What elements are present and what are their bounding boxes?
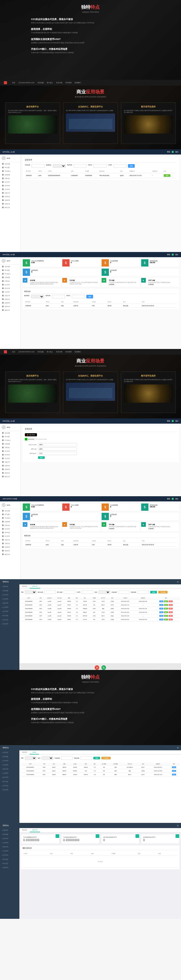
sidebar-item[interactable]: TG 机器人 — [0, 169, 20, 173]
action-button[interactable]: 取消 — [168, 604, 173, 606]
sidebar-item[interactable]: 交易设置 — [0, 173, 20, 177]
detail-button[interactable]: 详情 — [172, 774, 176, 775]
dark-sidebar-item[interactable]: ▸ 承兑管理 — [0, 836, 19, 840]
dark-sidebar-item[interactable]: ▸ 统计报表 — [0, 613, 19, 617]
sidebar-item[interactable]: 交易设置 — [0, 520, 20, 523]
sidebar-item[interactable]: 前台用户 — [0, 283, 20, 286]
sidebar-item[interactable]: 后台用户 — [0, 188, 20, 191]
menu-toggle-icon[interactable]: ☰ — [177, 581, 178, 583]
dark-sidebar-item[interactable]: ▸ 统计报表 — [0, 780, 19, 783]
sidebar-item[interactable]: 归集地址 — [0, 177, 20, 180]
sidebar-item[interactable]: 交易记录 — [0, 464, 20, 468]
scenario-card[interactable]: 数字货币交易所基于UPAY-87PAY.COM的支付系统,为数字货币交易所提供法… — [121, 102, 176, 144]
darkorder-input[interactable] — [82, 590, 93, 594]
wechat-badge[interactable]: 腾讯应用宝 (官方安卓应用市场) — [25, 438, 177, 441]
sidebar-item[interactable]: 基本设置 — [0, 431, 20, 435]
dark-sidebar-item[interactable]: ▸ 订单管理 — [0, 849, 19, 853]
sidebar-item[interactable]: 提现记录 — [0, 202, 20, 205]
sidebar-item[interactable]: 归集地址 — [0, 445, 20, 449]
exit-button[interactable]: 退出 — [175, 253, 178, 256]
logo-icon[interactable] — [4, 81, 7, 84]
sidebar-item[interactable]: 交易设置 — [0, 442, 20, 445]
sidebar-item[interactable]: 提现记录 — [0, 471, 20, 475]
search-button[interactable]: 搜索 — [128, 164, 135, 168]
action-button[interactable]: 详情 — [159, 608, 164, 609]
end-input[interactable] — [137, 590, 149, 594]
nav-link[interactable]: 关于UPAY-87PAY.COM — [18, 351, 35, 353]
sidebar-item[interactable]: 基本设置 — [0, 162, 20, 165]
tab[interactable]: 账务管理 — [30, 828, 40, 832]
dark-sidebar-item[interactable]: ▸ 消息管理 — [0, 788, 19, 792]
help-link[interactable]: 帮助 — [167, 253, 170, 256]
sidebar-item[interactable]: API 设置 — [0, 268, 20, 272]
dark-sidebar-item[interactable]: ▸ 系统首页 — [0, 750, 19, 754]
tab[interactable]: 系统首页 — [19, 828, 30, 832]
action-button[interactable]: 取消 — [168, 619, 173, 620]
order-input[interactable] — [113, 164, 126, 168]
nav-link[interactable]: 联系我们 — [75, 82, 81, 84]
sidebar-item[interactable]: 交易记录 — [0, 195, 20, 198]
tab[interactable]: 系统首页 — [19, 584, 30, 589]
logtype-select[interactable] — [31, 295, 44, 298]
menu-toggle-icon[interactable]: ☰ — [177, 747, 178, 749]
nav-link[interactable]: 首页 — [12, 351, 15, 353]
dark-sidebar-item[interactable]: ▸ 承兑管理 — [0, 593, 19, 597]
nav-link[interactable]: 常见问题 — [38, 351, 44, 353]
sidebar-item[interactable]: API 设置 — [0, 165, 20, 169]
sidebar-item[interactable]: 基本设置 — [0, 265, 20, 268]
sidebar-item[interactable]: 充值订单 — [0, 538, 20, 542]
text-input[interactable] — [38, 447, 77, 450]
sidebar-item[interactable]: 充值订单 — [0, 294, 20, 298]
sidebar-item[interactable]: 账变记录 — [0, 475, 20, 478]
dark-sidebar-item[interactable]: ▸ 会员管理 — [0, 840, 19, 845]
dark-sidebar-item[interactable]: ▸ 会员管理 — [0, 763, 19, 767]
dark-sidebar-item[interactable]: ▸ 系统设置 — [0, 832, 19, 836]
log-search-button[interactable]: 搜索 — [87, 295, 93, 298]
action-button[interactable]: 详情 — [159, 611, 164, 613]
scenario-card[interactable]: 娱乐电商平台基于UPAY-87PAY.COM的支付系统,为娱乐电商平台提供安全、… — [5, 102, 60, 144]
dark-sidebar-item[interactable]: ▸ 系统首页 — [0, 584, 19, 589]
prev-page-icon[interactable]: ✕ — [94, 665, 99, 670]
export-button[interactable]: 导出数据 — [158, 591, 168, 593]
action-button[interactable]: 确认 — [164, 611, 168, 613]
action-button[interactable]: 确认 — [164, 615, 168, 617]
scenario-card[interactable]: 合法的外汇、期货交易平台基于UPAY-87PAY.COM的支付系统,为外汇期货交… — [63, 102, 118, 144]
nav-link[interactable]: 支付管理 — [65, 82, 72, 84]
sidebar-item[interactable]: 账变记录 — [0, 552, 20, 556]
status-select[interactable] — [53, 164, 66, 168]
coin-select[interactable] — [25, 590, 36, 594]
scenario-card[interactable]: 合法的外汇、期货交易平台基于UPAY-87PAY.COM的支付系统,为外汇期货交… — [63, 372, 118, 413]
sidebar-item[interactable]: 提现管理 — [0, 198, 20, 202]
action-button[interactable]: 取消 — [168, 615, 173, 617]
sidebar-item[interactable]: 交易设置 — [0, 275, 20, 279]
sidebar-item[interactable]: 交易记录 — [0, 298, 20, 301]
nav-link[interactable]: 商户接入 — [47, 351, 53, 353]
dark-sidebar-item[interactable]: ▸ 操作日志 — [0, 783, 19, 788]
sidebar-item[interactable]: 归集地址 — [0, 279, 20, 283]
sidebar-item[interactable]: 商户管理 — [0, 286, 20, 290]
sidebar-item[interactable]: 交易记录 — [0, 542, 20, 545]
tab[interactable]: 挂卖单 — [30, 750, 39, 754]
sidebar-item[interactable]: 商户管理 — [0, 453, 20, 457]
dark-sidebar-item[interactable]: ▸ 会员管理 — [0, 597, 19, 601]
dark-sidebar-item[interactable]: ▸ 系统首页 — [0, 828, 19, 832]
sidebar-item[interactable]: 前台用户 — [0, 527, 20, 531]
action-button[interactable]: 确认 — [164, 604, 168, 606]
dark-sidebar-item[interactable]: ▸ 系统设置 — [0, 589, 19, 593]
menu-toggle-icon[interactable]: ☰ — [177, 825, 178, 827]
action-button[interactable]: 取消 — [168, 611, 173, 613]
sidebar-item[interactable]: 提现管理 — [0, 301, 20, 305]
action-button[interactable]: 取消 — [168, 608, 173, 609]
user-input[interactable] — [94, 164, 107, 168]
logo-icon[interactable] — [4, 350, 7, 353]
action-button[interactable]: 详情 — [159, 604, 164, 606]
sidebar-item[interactable]: TG 机器人 — [0, 438, 20, 442]
text-input[interactable] — [38, 452, 77, 455]
dark-sidebar-item[interactable]: ▸ 商户管理 — [0, 853, 19, 857]
loguser-input[interactable] — [72, 295, 85, 298]
help-link[interactable]: 帮助 — [167, 151, 170, 153]
scenario-card[interactable]: 娱乐电商平台基于UPAY-87PAY.COM的支付系统,为娱乐电商平台提供安全、… — [5, 372, 60, 413]
review-button[interactable]: 审核 — [164, 174, 170, 177]
sidebar-item[interactable]: API 设置 — [0, 435, 20, 438]
sidebar-item[interactable]: 充值订单 — [0, 191, 20, 195]
